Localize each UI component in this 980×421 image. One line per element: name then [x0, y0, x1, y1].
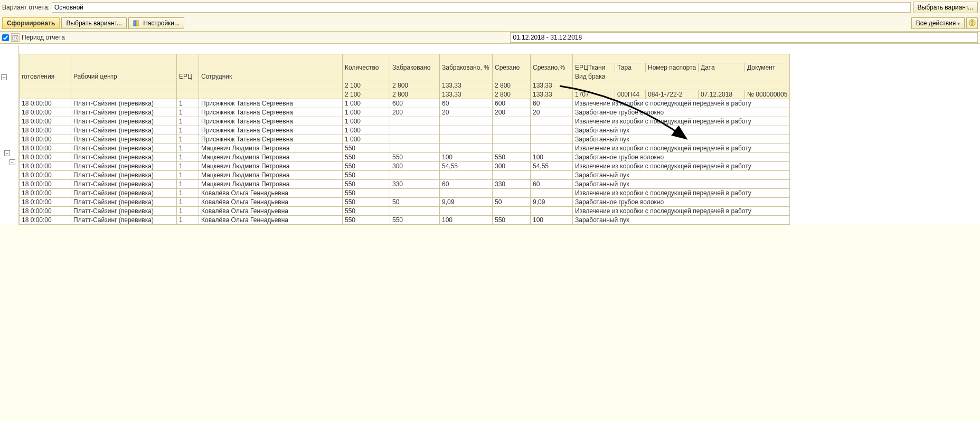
- cell-erc: 1: [177, 99, 199, 108]
- tree-gutter: − − −: [0, 45, 19, 225]
- header-passport: Номер паспорта: [646, 63, 699, 72]
- cell-cutp: 100: [531, 215, 573, 224]
- cell-defect-type: Заработанный пух: [573, 126, 790, 135]
- cell-rej: [390, 117, 440, 126]
- choose-variant-top-button[interactable]: Выбрать вариант...: [913, 2, 978, 13]
- header-tara: Тара: [615, 63, 646, 72]
- cell-qty: 550: [343, 188, 390, 197]
- cell-center: Платт-Сайзинг (перевивка): [71, 135, 177, 143]
- cell-rejp: 9,09: [440, 197, 493, 206]
- cell-date: 18 0:00:00: [20, 126, 71, 135]
- cell-date: 18 0:00:00: [20, 170, 71, 179]
- cell-rejp: 54,55: [440, 161, 493, 170]
- cell-rej: 200: [390, 108, 440, 117]
- cell-rej: 330: [390, 179, 440, 188]
- cell-erc: 1: [177, 108, 199, 117]
- cell-emp: Ковалёва Ольга Геннадьевна: [199, 188, 343, 197]
- total2-tara: 000П44: [615, 90, 646, 99]
- calendar-icon[interactable]: [11, 33, 20, 42]
- variant-bar: Вариант отчета: Выбрать вариант...: [0, 0, 980, 15]
- settings-icon: [133, 20, 140, 27]
- table-row[interactable]: 18 0:00:00Платт-Сайзинг (перевивка)1Прис…: [20, 99, 790, 108]
- help-button[interactable]: ?: [966, 17, 978, 29]
- cell-emp: Присяжнюк Татьяна Сергеевна: [199, 108, 343, 117]
- cell-date: 18 0:00:00: [20, 188, 71, 197]
- svg-rect-1: [136, 21, 138, 26]
- cell-defect-type: Извлечение из коробки с последующей пере…: [573, 161, 790, 170]
- svg-rect-5: [13, 35, 18, 36]
- variant-input[interactable]: [52, 2, 911, 13]
- table-row[interactable]: 18 0:00:00Платт-Сайзинг (перевивка)1Мацк…: [20, 143, 790, 152]
- cell-qty: 550: [343, 206, 390, 215]
- total2-cut: 2 800: [493, 90, 531, 99]
- cell-erc: 1: [177, 126, 199, 135]
- cell-qty: 1 000: [343, 99, 390, 108]
- cell-emp: Ковалёва Ольга Геннадьевна: [199, 206, 343, 215]
- cell-cutp: [531, 170, 573, 179]
- table-row[interactable]: 18 0:00:00Платт-Сайзинг (перевивка)1Мацк…: [20, 170, 790, 179]
- total-row-2[interactable]: 2 100 2 800 133,33 2 800 133,33 1707 000…: [20, 90, 790, 99]
- svg-text:?: ?: [970, 20, 974, 26]
- collapse-box-1[interactable]: −: [1, 74, 7, 80]
- cell-rej: [390, 135, 440, 143]
- table-row[interactable]: 18 0:00:00Платт-Сайзинг (перевивка)1Прис…: [20, 117, 790, 126]
- cell-emp: Мацкевич Людмила Петровна: [199, 143, 343, 152]
- period-checkbox[interactable]: [2, 34, 9, 41]
- cell-cut: [493, 135, 531, 143]
- cell-date: 18 0:00:00: [20, 117, 71, 126]
- cell-rejp: 60: [440, 179, 493, 188]
- cell-cut: [493, 206, 531, 215]
- cell-center: Платт-Сайзинг (перевивка): [71, 126, 177, 135]
- cell-emp: Присяжнюк Татьяна Сергеевна: [199, 117, 343, 126]
- svg-rect-0: [134, 21, 136, 26]
- cell-erc: 1: [177, 161, 199, 170]
- cell-qty: 1 000: [343, 135, 390, 143]
- header-center-blank: [71, 54, 177, 72]
- table-row[interactable]: 18 0:00:00Платт-Сайзинг (перевивка)1Кова…: [20, 188, 790, 197]
- total2-erct: 1707: [573, 90, 615, 99]
- cell-cutp: [531, 117, 573, 126]
- collapse-box-2[interactable]: −: [4, 150, 10, 156]
- report-table[interactable]: Количество Забраковано Забраковано, % Ср…: [19, 45, 790, 225]
- header-rej: Забраковано: [390, 54, 440, 81]
- cell-erc: 1: [177, 206, 199, 215]
- cell-cut: 200: [493, 108, 531, 117]
- table-row[interactable]: 18 0:00:00Платт-Сайзинг (перевивка)1Прис…: [20, 126, 790, 135]
- cell-rejp: [440, 206, 493, 215]
- table-row[interactable]: 18 0:00:00Платт-Сайзинг (перевивка)1Мацк…: [20, 152, 790, 161]
- total-row-1[interactable]: 2 100 2 800 133,33 2 800 133,33: [20, 81, 790, 90]
- form-button[interactable]: Сформировать: [2, 17, 60, 29]
- table-row[interactable]: 18 0:00:00Платт-Сайзинг (перевивка)1Кова…: [20, 206, 790, 215]
- cell-cutp: 20: [531, 108, 573, 117]
- total2-qty: 2 100: [343, 90, 390, 99]
- all-actions-button[interactable]: Все действия: [911, 17, 965, 29]
- cell-cutp: [531, 188, 573, 197]
- cell-qty: 550: [343, 179, 390, 188]
- total1-rej: 2 800: [390, 81, 440, 90]
- cell-cutp: [531, 143, 573, 152]
- table-row[interactable]: 18 0:00:00Платт-Сайзинг (перевивка)1Мацк…: [20, 161, 790, 170]
- choose-variant-button[interactable]: Выбрать вариант...: [61, 17, 126, 29]
- svg-rect-6: [14, 37, 15, 39]
- table-row[interactable]: 18 0:00:00Платт-Сайзинг (перевивка)1Кова…: [20, 197, 790, 206]
- cell-cut: [493, 117, 531, 126]
- settings-button[interactable]: Настройки...: [128, 17, 184, 29]
- cell-rej: 600: [390, 99, 440, 108]
- cell-emp: Присяжнюк Татьяна Сергеевна: [199, 135, 343, 143]
- toolbar: Сформировать Выбрать вариант... Настройк…: [0, 15, 980, 32]
- cell-erc: 1: [177, 152, 199, 161]
- cell-cutp: 100: [531, 152, 573, 161]
- cell-emp: Мацкевич Людмила Петровна: [199, 161, 343, 170]
- cell-rej: [390, 126, 440, 135]
- table-row[interactable]: 18 0:00:00Платт-Сайзинг (перевивка)1Прис…: [20, 108, 790, 117]
- cell-date: 18 0:00:00: [20, 161, 71, 170]
- table-row[interactable]: 18 0:00:00Платт-Сайзинг (перевивка)1Прис…: [20, 135, 790, 143]
- table-row[interactable]: 18 0:00:00Платт-Сайзинг (перевивка)1Мацк…: [20, 179, 790, 188]
- collapse-box-3[interactable]: −: [10, 159, 15, 165]
- period-input[interactable]: [510, 32, 978, 43]
- table-row[interactable]: 18 0:00:00Платт-Сайзинг (перевивка)1Кова…: [20, 215, 790, 224]
- period-bar: Период отчета: [0, 32, 980, 44]
- period-label: Период отчета: [22, 34, 65, 41]
- header-gotov2: готовления: [20, 72, 71, 81]
- cell-date: 18 0:00:00: [20, 197, 71, 206]
